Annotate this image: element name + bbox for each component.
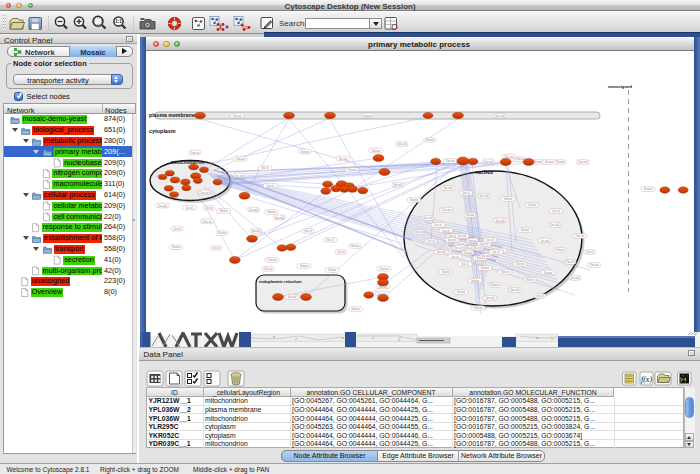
svg-text:Gxxxx: Gxxxx	[442, 270, 451, 274]
svg-text:(xx.x): (xx.x)	[486, 238, 493, 242]
svg-text:(xx.x): (xx.x)	[434, 223, 441, 227]
svg-text:Gxxxx: Gxxxx	[471, 279, 480, 283]
svg-text:mitochondrion: mitochondrion	[171, 160, 205, 165]
svg-text:[xx-xx]: [xx-xx]	[437, 250, 446, 254]
svg-text:nucleus: nucleus	[476, 170, 494, 175]
svg-text:Oxx.xx: Oxx.xx	[236, 157, 246, 161]
svg-text:Gxxxx: Gxxxx	[644, 187, 653, 191]
svg-text:Gxxxx: Gxxxx	[351, 244, 360, 248]
svg-text:Oxx.xx: Oxx.xx	[515, 262, 525, 266]
svg-text:Oxx.xx: Oxx.xx	[473, 306, 483, 310]
svg-text:(xx.x): (xx.x)	[212, 246, 219, 250]
svg-text:(xx.x): (xx.x)	[536, 294, 543, 298]
svg-text:[xx-xx]: [xx-xx]	[458, 234, 467, 238]
svg-text:[xx-xx]: [xx-xx]	[252, 229, 261, 233]
svg-text:Oxx.xx: Oxx.xx	[453, 246, 463, 250]
svg-text:[xx-xx]: [xx-xx]	[511, 288, 520, 292]
svg-text:[xx-xx]: [xx-xx]	[394, 183, 403, 187]
svg-text:(xx.x): (xx.x)	[304, 229, 311, 233]
svg-text:[xx-xx]: [xx-xx]	[496, 114, 505, 118]
svg-text:unassigned: unassigned	[608, 84, 632, 89]
svg-text:(xx.x): (xx.x)	[173, 227, 180, 231]
svg-text:Gxxxx: Gxxxx	[481, 266, 490, 270]
svg-text:endoplasmic reticulum: endoplasmic reticulum	[259, 279, 302, 284]
svg-text:[xx-xx]: [xx-xx]	[551, 223, 560, 227]
svg-text:Gxxxx: Gxxxx	[528, 203, 537, 207]
svg-text:(xx.x): (xx.x)	[427, 239, 434, 243]
svg-text:Gxxxx: Gxxxx	[544, 271, 553, 275]
svg-text:(xx.x): (xx.x)	[261, 166, 268, 170]
svg-text:(xx.x): (xx.x)	[337, 250, 344, 254]
svg-text:[xx-xx]: [xx-xx]	[444, 186, 453, 190]
svg-text:Oxx.xx: Oxx.xx	[445, 159, 455, 163]
svg-text:(xx.x): (xx.x)	[206, 206, 213, 210]
svg-text:Gxxxx: Gxxxx	[301, 150, 310, 154]
svg-text:Oxx.xx: Oxx.xx	[467, 239, 477, 243]
svg-text:(xx.x): (xx.x)	[462, 191, 469, 195]
svg-text:Gxxxx: Gxxxx	[328, 268, 337, 272]
svg-text:(xx.x): (xx.x)	[586, 250, 593, 254]
svg-text:(xx.x): (xx.x)	[267, 184, 274, 188]
svg-text:[xx-xx]: [xx-xx]	[424, 216, 433, 220]
svg-text:Oxx.xx: Oxx.xx	[203, 220, 213, 224]
svg-text:Oxx.xx: Oxx.xx	[413, 230, 423, 234]
svg-text:Gxxxx: Gxxxx	[363, 114, 372, 118]
svg-text:[xx-xx]: [xx-xx]	[288, 295, 297, 299]
svg-text:f(x): f(x)	[641, 375, 652, 384]
svg-text:Gxxxx: Gxxxx	[410, 198, 419, 202]
svg-text:plasma membrane: plasma membrane	[149, 112, 195, 118]
svg-text:Oxx.xx: Oxx.xx	[190, 151, 200, 155]
svg-text:cytoplasm: cytoplasm	[149, 128, 176, 134]
svg-text:[xx-xx]: [xx-xx]	[448, 238, 457, 242]
svg-text:Gxxxx: Gxxxx	[457, 290, 466, 294]
svg-text:(xx.x): (xx.x)	[552, 209, 559, 213]
svg-text:Gxxxx: Gxxxx	[351, 307, 360, 311]
svg-text:Oxx.xx: Oxx.xx	[589, 263, 599, 267]
svg-text:Oxx.xx: Oxx.xx	[500, 270, 510, 274]
svg-text:Oxx.xx: Oxx.xx	[263, 267, 273, 271]
svg-text:[xx-xx]: [xx-xx]	[275, 216, 284, 220]
svg-text:(xx.x): (xx.x)	[451, 255, 458, 259]
svg-text:Oxx.xx: Oxx.xx	[565, 260, 575, 264]
svg-text:Gxxxx: Gxxxx	[556, 160, 565, 164]
svg-text:Gxxxx: Gxxxx	[534, 160, 543, 164]
svg-text:Gxxxx: Gxxxx	[172, 245, 181, 249]
svg-text:Gxxxx: Gxxxx	[491, 283, 500, 287]
svg-text:(xx.x): (xx.x)	[492, 250, 499, 254]
svg-text:[xx-xx]: [xx-xx]	[579, 160, 588, 164]
svg-text:[xx-xx]: [xx-xx]	[480, 194, 489, 198]
svg-text:Gxxxx: Gxxxx	[220, 209, 229, 213]
svg-text:Gxxxx: Gxxxx	[267, 210, 276, 214]
svg-text:[xx-xx]: [xx-xx]	[158, 204, 167, 208]
svg-text:[xx-xx]: [xx-xx]	[482, 254, 491, 258]
svg-text:[xx-xx]: [xx-xx]	[496, 219, 505, 223]
svg-text:[xx-xx]: [xx-xx]	[235, 174, 244, 178]
svg-text:Oxx.xx: Oxx.xx	[525, 278, 535, 282]
svg-text:Gxxxx: Gxxxx	[556, 248, 565, 252]
svg-text:[xx-xx]: [xx-xx]	[474, 246, 483, 250]
svg-text:[xx-xx]: [xx-xx]	[486, 296, 495, 300]
svg-text:Oxx.xx: Oxx.xx	[267, 258, 277, 262]
svg-text:Oxx.xx: Oxx.xx	[441, 208, 451, 212]
svg-text:(xx.x): (xx.x)	[326, 238, 333, 242]
svg-text:Gxxxx: Gxxxx	[545, 160, 554, 164]
svg-text:Gxxxx: Gxxxx	[426, 138, 435, 142]
svg-text:[xx-xx]: [xx-xx]	[484, 160, 493, 164]
svg-text:[xx-xx]: [xx-xx]	[541, 239, 550, 243]
svg-text:(xx.x): (xx.x)	[186, 206, 193, 210]
svg-text:Oxx.xx: Oxx.xx	[575, 234, 585, 238]
svg-text:Gxxxx: Gxxxx	[372, 149, 381, 153]
svg-text:[xx-xx]: [xx-xx]	[249, 208, 258, 212]
svg-text:Oxx.xx: Oxx.xx	[504, 155, 514, 159]
svg-text:Gxxxx: Gxxxx	[464, 251, 473, 255]
svg-text:[xx-xx]: [xx-xx]	[339, 157, 348, 161]
svg-text:Gxxxx: Gxxxx	[218, 231, 227, 235]
svg-text:Gxxxx: Gxxxx	[504, 197, 513, 201]
svg-text:Gxxxx: Gxxxx	[348, 168, 357, 172]
svg-text:Oxx.xx: Oxx.xx	[199, 191, 209, 195]
svg-text:Oxx.xx: Oxx.xx	[379, 267, 389, 271]
svg-text:Gxxxx: Gxxxx	[466, 213, 475, 217]
svg-text:[xx-xx]: [xx-xx]	[571, 276, 580, 280]
svg-text:[xx-xx]: [xx-xx]	[398, 142, 407, 146]
svg-text:Oxx.xx: Oxx.xx	[232, 114, 242, 118]
